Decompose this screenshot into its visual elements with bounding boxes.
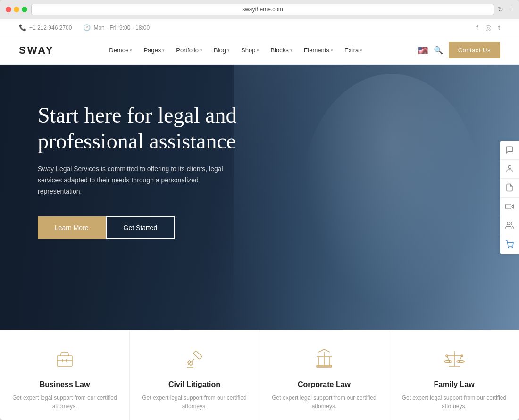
chevron-down-icon: ▾ [257,48,259,53]
get-started-button[interactable]: Get Started [106,216,176,239]
phone-icon: 📞 [19,24,26,31]
document-icon-button[interactable] [500,179,519,198]
new-tab-button[interactable]: + [509,5,513,14]
chevron-down-icon: ▾ [227,48,230,53]
business-hours: Mon - Fri: 9:00 - 18:00 [93,25,150,31]
svg-marker-1 [511,205,513,208]
dot-red[interactable] [6,7,11,12]
clock-icon: 🕐 [83,24,91,31]
svg-rect-11 [193,351,202,359]
chevron-down-icon: ▾ [200,48,202,53]
chevron-down-icon: ▾ [360,48,362,53]
briefcase-icon [50,345,79,373]
service-family-law[interactable]: Family Law Get expert legal support from… [389,330,519,420]
navbar: SWAY Demos ▾ Pages ▾ Portfolio ▾ Blog ▾ [0,36,519,65]
browser-window: swaytheme.com ↻ + 📞 +1 212 946 2700 🕐 Mo… [0,0,519,420]
person-highlight [302,74,481,313]
user-icon-button[interactable] [500,160,519,179]
svg-point-5 [512,247,513,248]
nav-portfolio[interactable]: Portfolio ▾ [171,43,207,58]
hero-buttons: Learn More Get Started [38,216,245,239]
nav-pages[interactable]: Pages ▾ [139,43,169,58]
cart-icon-button[interactable] [500,235,519,254]
nav-demos[interactable]: Demos ▾ [104,43,137,58]
service-title-corporate: Corporate Law [269,380,379,389]
nav-elements[interactable]: Elements ▾ [299,43,338,58]
service-desc-corporate: Get expert legal support from our certif… [269,394,379,411]
phone-number: +1 212 946 2700 [29,25,72,31]
svg-rect-6 [57,356,72,366]
service-desc-business: Get expert legal support from our certif… [9,394,120,411]
dot-green[interactable] [22,7,27,12]
nav-extra[interactable]: Extra ▾ [340,43,367,58]
chevron-down-icon: ▾ [162,48,165,53]
svg-rect-2 [506,204,511,209]
service-desc-civil: Get expert legal support from our certif… [139,394,250,411]
service-title-family: Family Law [399,380,510,389]
hours-item: 🕐 Mon - Fri: 9:00 - 18:00 [83,24,150,31]
contacts-icon-button[interactable] [500,216,519,235]
svg-point-0 [508,165,511,168]
top-bar-left: 📞 +1 212 946 2700 🕐 Mon - Fri: 9:00 - 18… [19,24,150,31]
language-flag[interactable]: 🇺🇸 [418,45,428,56]
nav-blocks[interactable]: Blocks ▾ [266,43,297,58]
service-title-business: Business Law [9,380,120,389]
top-bar: 📞 +1 212 946 2700 🕐 Mon - Fri: 9:00 - 18… [0,19,519,36]
refresh-button[interactable]: ↻ [498,6,503,14]
scale-icon [440,345,469,373]
svg-point-3 [507,222,510,225]
browser-dots [6,7,27,12]
service-desc-family: Get expert legal support from our certif… [399,394,510,411]
svg-point-4 [508,247,509,248]
service-corporate-law[interactable]: Corporate Law Get expert legal support f… [260,330,389,420]
nav-right: 🇺🇸 🔍 Contact Us [418,42,500,58]
hero-section: Start here for legal and professional as… [0,65,519,330]
top-bar-right: f ◎ t [476,23,500,32]
sidebar-right [500,141,519,254]
browser-chrome: swaytheme.com ↻ + [0,0,519,19]
twitter-icon[interactable]: t [498,24,500,31]
search-button[interactable]: 🔍 [434,46,443,55]
court-icon [310,345,338,373]
dot-yellow[interactable] [14,7,19,12]
gavel-icon [180,345,209,373]
instagram-icon[interactable]: ◎ [485,23,492,32]
video-icon-button[interactable] [500,198,519,216]
chat-icon-button[interactable] [500,141,519,160]
url-bar[interactable]: swaytheme.com [31,4,494,15]
nav-shop[interactable]: Shop ▾ [236,43,264,58]
learn-more-button[interactable]: Learn More [38,216,106,239]
site-logo[interactable]: SWAY [19,44,54,57]
website-content: 📞 +1 212 946 2700 🕐 Mon - Fri: 9:00 - 18… [0,19,519,420]
service-business-law[interactable]: Business Law Get expert legal support fr… [0,330,130,420]
hero-content: Start here for legal and professional as… [0,65,283,277]
services-section: Business Law Get expert legal support fr… [0,330,519,420]
hero-subtitle: Sway Legal Services is committed to offe… [38,164,236,197]
service-title-civil: Civil Litigation [139,380,250,389]
contact-us-button[interactable]: Contact Us [449,42,500,58]
service-civil-litigation[interactable]: Civil Litigation Get expert legal suppor… [130,330,260,420]
chevron-down-icon: ▾ [290,48,293,53]
chevron-down-icon: ▾ [130,48,132,53]
phone-item: 📞 +1 212 946 2700 [19,24,72,31]
hero-title: Start here for legal and professional as… [38,102,245,154]
nav-menu: Demos ▾ Pages ▾ Portfolio ▾ Blog ▾ Shop [104,43,367,58]
facebook-icon[interactable]: f [476,24,478,31]
nav-blog[interactable]: Blog ▾ [209,43,234,58]
chevron-down-icon: ▾ [331,48,333,53]
